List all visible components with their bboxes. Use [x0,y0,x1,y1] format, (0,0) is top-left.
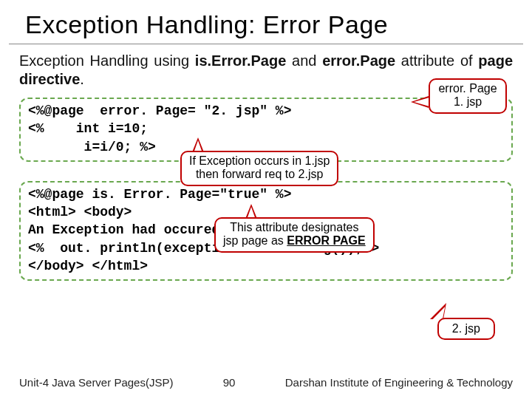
callout-error-page-attr: This attribute designates jsp page as ER… [214,217,375,253]
callout-line: then forward req to 2.jsp [189,168,330,181]
intro-mid: and [286,52,322,69]
code-line: <%@page is. Error. Page="true" %> [28,185,504,203]
footer-unit: Unit-4 Java Server Pages(JSP) [19,376,173,389]
callout-line: If Exception occurs in 1.jsp [189,154,330,168]
slide-title: Exception Handling: Error Page [9,0,523,44]
code-line: </body> </html> [28,257,504,275]
callout-error-page-emph: ERROR PAGE [287,234,365,247]
callout-forward-req: If Exception occurs in 1.jsp then forwar… [180,151,338,186]
callout-2jsp-label: 2. jsp [437,318,495,340]
intro-period: . [80,71,84,87]
callout-line: error. Page [437,82,498,95]
callout-text: 2. jsp [452,322,480,335]
callout-line: 1. jsp [437,95,498,109]
intro-bold-errorpage: error.Page [322,52,395,69]
code-line: <% int i=10; [28,120,504,137]
intro-suffix: attribute of [395,52,478,69]
callout-tail [412,96,430,108]
footer-page-number: 90 [173,376,284,389]
intro-bold-iserrorpage: is.Error.Page [195,52,286,69]
callout-errorpage-1jsp: error. Page 1. jsp [429,78,507,114]
footer-institute: Darshan Institute of Engineering & Techn… [285,376,513,389]
intro-prefix: Exception Handling using [19,52,195,69]
callout-line: This attribute designates [223,221,366,234]
callout-line: jsp page as ERROR PAGE [223,234,366,248]
slide-footer: Unit-4 Java Server Pages(JSP) 90 Darshan… [0,371,532,399]
callout-text: jsp page as [223,234,287,247]
